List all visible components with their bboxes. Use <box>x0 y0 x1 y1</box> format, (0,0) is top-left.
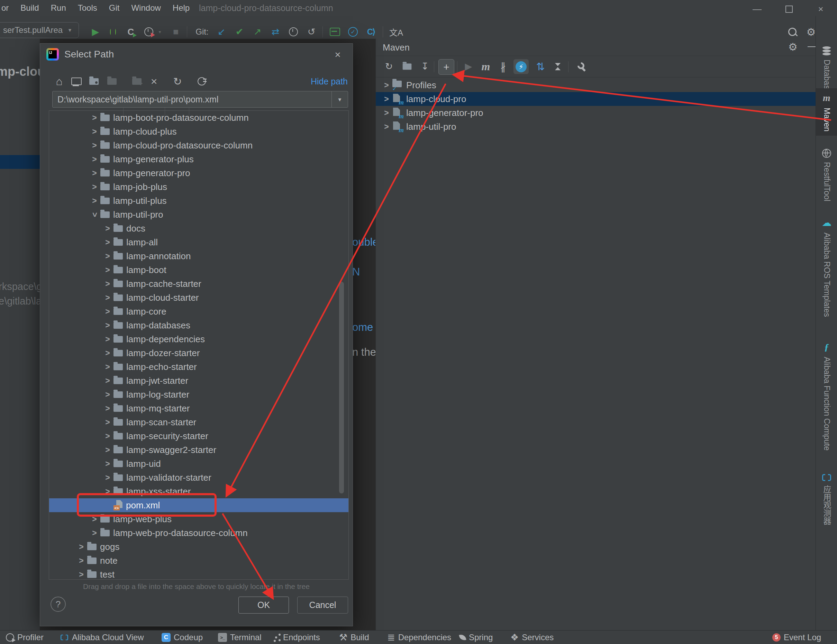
git-commit-icon[interactable]: ✔ <box>232 25 247 39</box>
ok-button[interactable]: OK <box>238 596 289 614</box>
tree-row[interactable]: >lamp-mq-starter <box>49 401 348 415</box>
sidebar-tab-maven[interactable]: mMaven <box>816 88 837 136</box>
chevron-collapsed-icon[interactable]: > <box>381 122 392 131</box>
chevron-collapsed-icon[interactable]: > <box>102 265 113 275</box>
chevron-collapsed-icon[interactable]: > <box>89 113 100 123</box>
chevron-collapsed-icon[interactable]: > <box>89 514 100 524</box>
chevron-collapsed-icon[interactable]: > <box>102 487 113 496</box>
tree-row[interactable]: >lamp-core <box>49 304 348 319</box>
chevron-collapsed-icon[interactable]: > <box>89 141 100 150</box>
tree-row[interactable]: >lamp-swagger2-starter <box>49 443 348 457</box>
tree-row[interactable]: >note <box>49 554 348 567</box>
tree-row[interactable]: >lamp-web-plus <box>49 512 348 526</box>
chevron-collapsed-icon[interactable]: > <box>89 169 100 178</box>
download-sources-icon[interactable]: ↧ <box>418 56 432 77</box>
gear-icon[interactable]: ⚙ <box>788 41 798 53</box>
tree-row[interactable]: >lamp-cloud-pro-datasource-column <box>49 138 348 152</box>
chevron-collapsed-icon[interactable]: > <box>89 528 100 538</box>
statusbar-item-spring[interactable]: Spring <box>460 631 493 644</box>
menu-item-help[interactable]: Help <box>173 3 190 13</box>
statusbar-item-endpoints[interactable]: Endpoints <box>275 631 320 644</box>
chevron-collapsed-icon[interactable]: > <box>381 108 392 118</box>
statusbar-item-codeup[interactable]: CCodeup <box>162 631 203 644</box>
tree-row[interactable]: >lamp-xss-starter <box>49 485 348 498</box>
tree-row[interactable]: >lamp-util-pro <box>49 208 348 222</box>
chevron-collapsed-icon[interactable]: > <box>102 251 113 261</box>
sidebar-tab-app-observer[interactable]: 应用观测器 <box>816 470 837 529</box>
tree-row[interactable]: >lamp-generator-pro <box>49 166 348 180</box>
run-configuration-select[interactable]: serTest.pullArea ▼ <box>0 22 79 38</box>
tree-row[interactable]: ><>pom.xml <box>49 498 348 512</box>
tree-row[interactable]: >gogs <box>49 540 348 554</box>
statusbar-item-profiler[interactable]: Profiler <box>6 631 44 644</box>
codeup-run-icon[interactable]: C⟩ <box>363 25 379 39</box>
chevron-collapsed-icon[interactable]: > <box>381 94 392 104</box>
collapse-all-icon[interactable] <box>551 56 565 77</box>
tree-row[interactable]: >lamp-jwt-starter <box>49 374 348 388</box>
help-button[interactable]: ? <box>51 596 66 612</box>
menu-item-run[interactable]: Run <box>51 3 66 13</box>
git-rollback-icon[interactable]: ↺ <box>304 25 319 39</box>
git-push-icon[interactable]: ↗ <box>250 25 265 39</box>
chevron-collapsed-icon[interactable]: > <box>102 445 113 455</box>
tree-row[interactable]: >test <box>49 567 348 580</box>
combo-dropdown-button[interactable]: ▼ <box>332 91 348 107</box>
sidebar-tab-restfultool[interactable]: RestfulTool <box>816 145 837 205</box>
minimize-button[interactable]: — <box>747 2 767 16</box>
maven-tree-row[interactable]: >mlamp-generator-pro <box>376 106 816 120</box>
desktop-icon[interactable] <box>69 73 84 89</box>
sidebar-tab-alibaba-ros-templates[interactable]: ☁Alibaba ROS Templates <box>816 213 837 321</box>
coverage-icon[interactable]: C <box>123 25 138 39</box>
profiler-run-icon[interactable] <box>141 25 156 39</box>
delete-icon[interactable]: × <box>147 73 161 89</box>
chevron-collapsed-icon[interactable]: > <box>75 542 87 552</box>
locate-icon[interactable] <box>194 73 209 89</box>
statusbar-item-dependencies[interactable]: ≣Dependencies <box>387 631 451 644</box>
maven-tree-row[interactable]: >mlamp-util-pro <box>376 120 816 133</box>
cancel-button[interactable]: Cancel <box>297 596 348 614</box>
tree-row[interactable]: >lamp-scan-starter <box>49 415 348 429</box>
menu-item-tools[interactable]: Tools <box>78 3 97 13</box>
chevron-collapsed-icon[interactable]: > <box>89 127 100 136</box>
monitor-icon[interactable] <box>327 25 343 39</box>
home-icon[interactable]: ⌂ <box>52 73 66 89</box>
add-maven-project-button[interactable]: + <box>438 59 454 75</box>
tree-row[interactable]: >lamp-annotation <box>49 249 348 263</box>
chevron-collapsed-icon[interactable]: > <box>89 182 100 192</box>
tree-row[interactable]: >lamp-security-starter <box>49 429 348 443</box>
chevron-collapsed-icon[interactable]: > <box>102 279 113 289</box>
chevron-collapsed-icon[interactable]: > <box>381 80 392 90</box>
debug-icon[interactable] <box>106 25 120 39</box>
maven-tree-row[interactable]: >mlamp-cloud-pro <box>376 92 816 106</box>
tree-row[interactable]: >lamp-cloud-starter <box>49 291 348 304</box>
scrollbar-thumb[interactable] <box>339 282 344 493</box>
run-icon[interactable]: ▶ <box>89 25 102 39</box>
tree-row[interactable]: >lamp-cache-starter <box>49 277 348 291</box>
refresh-icon[interactable]: ↻ <box>170 73 185 89</box>
inspections-icon[interactable]: ✓ <box>345 25 361 39</box>
expand-all-icon[interactable]: ⇅ <box>533 56 547 77</box>
close-icon[interactable]: × <box>330 48 345 62</box>
sidebar-tab-alibaba-function-compute[interactable]: ƒAlibaba Function Compute <box>816 337 837 455</box>
tree-row[interactable]: >lamp-databases <box>49 319 348 332</box>
reimport-icon[interactable]: ↻ <box>382 56 396 77</box>
chevron-collapsed-icon[interactable]: > <box>102 321 113 330</box>
chevron-expanded-icon[interactable]: > <box>90 209 99 220</box>
chevron-collapsed-icon[interactable]: > <box>102 404 113 413</box>
tree-row[interactable]: >lamp-boot <box>49 263 348 277</box>
menu-item-or[interactable]: or <box>2 3 9 13</box>
chevron-collapsed-icon[interactable]: > <box>89 196 100 205</box>
chevron-collapsed-icon[interactable]: > <box>75 556 87 565</box>
path-combobox[interactable]: D:\workspace\gitlab\lamp-util-pro\pom.xm… <box>52 91 348 108</box>
chevron-collapsed-icon[interactable]: > <box>102 307 113 316</box>
tree-row[interactable]: >docs <box>49 222 348 235</box>
tree-row[interactable]: >lamp-all <box>49 235 348 249</box>
skip-tests-icon[interactable]: ∦ <box>496 56 510 77</box>
offline-mode-toggle[interactable]: ⚡ <box>514 59 529 74</box>
git-history-icon[interactable] <box>286 25 301 39</box>
chevron-collapsed-icon[interactable]: > <box>102 335 113 344</box>
statusbar-item-build[interactable]: ⚒Build <box>339 631 369 644</box>
menu-item-window[interactable]: Window <box>131 3 161 13</box>
project-dir-icon[interactable] <box>87 73 101 89</box>
chevron-collapsed-icon[interactable]: > <box>89 155 100 164</box>
